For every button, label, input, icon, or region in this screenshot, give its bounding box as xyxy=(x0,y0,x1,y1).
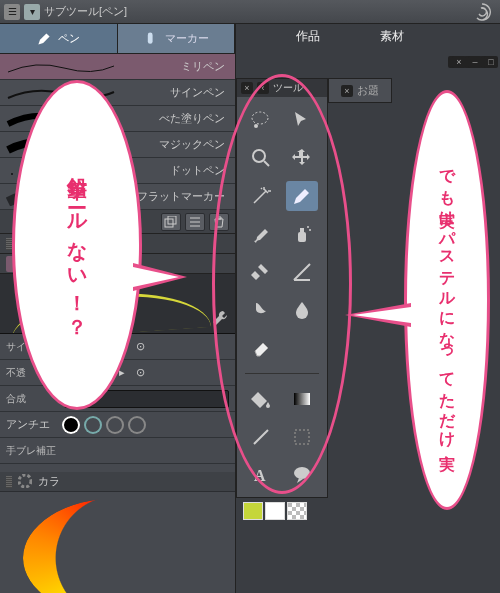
swatch-transparent[interactable] xyxy=(287,502,307,520)
annotation-text: でも実はパステルになってただけ実 xyxy=(434,158,460,443)
workspace-header: 作品 素材 × – □ xyxy=(236,24,500,78)
bubble-tail-icon xyxy=(345,303,411,327)
pen-tab-row: ペン マーカー xyxy=(0,24,235,54)
top-tab-materials[interactable]: 素材 xyxy=(380,28,404,45)
svg-text:A: A xyxy=(254,467,266,484)
svg-point-11 xyxy=(253,150,265,162)
minimize-icon[interactable]: – xyxy=(468,56,482,68)
prop-blend: 合成 通常 xyxy=(0,386,235,412)
svg-rect-17 xyxy=(295,430,309,444)
spiral-icon[interactable] xyxy=(472,2,492,24)
tool-spray[interactable] xyxy=(286,219,318,249)
tool-wand[interactable] xyxy=(245,181,277,211)
tool-brush[interactable] xyxy=(245,219,277,249)
svg-point-10 xyxy=(254,124,258,128)
tool-palette-header[interactable]: × ‹ ツール xyxy=(237,79,327,97)
prop-stabilize: 手ブレ補正 xyxy=(0,438,235,464)
collapse-icon[interactable]: ‹ xyxy=(257,82,269,94)
pen-icon xyxy=(36,31,52,47)
svg-rect-13 xyxy=(300,228,304,232)
svg-point-19 xyxy=(294,467,310,479)
tool-blur[interactable] xyxy=(286,295,318,325)
annotation-text: 鉛筆ツールない！？ xyxy=(61,161,93,329)
right-panel: × – □ ×お題 xyxy=(328,78,500,118)
tool-gradient[interactable] xyxy=(286,384,318,414)
tool-shape[interactable] xyxy=(286,422,318,452)
aa-option[interactable] xyxy=(106,416,124,434)
tool-zoom[interactable] xyxy=(245,143,277,173)
list-item-label: マジックペン xyxy=(159,137,225,152)
color-panel: カラ xyxy=(0,472,235,593)
list-item[interactable]: ミリペン xyxy=(0,54,235,80)
tool-pen[interactable] xyxy=(286,181,318,211)
tab-pen[interactable]: ペン xyxy=(0,24,118,53)
trash-button[interactable] xyxy=(209,213,229,231)
tool-smudge[interactable] xyxy=(245,295,277,325)
tool-eraser[interactable] xyxy=(245,333,277,363)
aa-option[interactable] xyxy=(128,416,146,434)
bubble-tail-icon xyxy=(133,263,187,291)
wrench-icon[interactable] xyxy=(211,309,229,329)
tool-balloon[interactable] xyxy=(286,460,318,490)
color-swatches xyxy=(237,498,327,524)
right-tab-odai[interactable]: ×お題 xyxy=(328,78,392,103)
color-header: カラ xyxy=(0,472,235,492)
maximize-icon[interactable]: □ xyxy=(484,56,498,68)
app-menu-icon[interactable]: ☰ xyxy=(4,4,20,20)
link-icon[interactable]: ⊙ xyxy=(134,341,146,353)
svg-point-8 xyxy=(19,475,31,487)
svg-rect-12 xyxy=(298,232,306,242)
list-item-label: フラットマーカー xyxy=(137,189,225,204)
aa-option[interactable] xyxy=(84,416,102,434)
list-item-label: ドットペン xyxy=(170,163,225,178)
aa-option[interactable] xyxy=(62,416,80,434)
tool-line[interactable] xyxy=(245,422,277,452)
tool-lasso[interactable] xyxy=(245,105,277,135)
tool-cursor[interactable] xyxy=(286,105,318,135)
svg-rect-6 xyxy=(165,219,173,227)
svg-point-9 xyxy=(252,112,268,124)
color-wheel-icon xyxy=(18,474,32,490)
menu-button[interactable] xyxy=(185,213,205,231)
list-item-label: サインペン xyxy=(170,85,225,100)
tool-move[interactable] xyxy=(286,143,318,173)
close-icon[interactable]: × xyxy=(452,56,466,68)
tab-marker-label: マーカー xyxy=(165,31,209,46)
tool-ruler[interactable] xyxy=(286,257,318,287)
duplicate-button[interactable] xyxy=(161,213,181,231)
tool-erase-partial[interactable] xyxy=(245,257,277,287)
tool-text[interactable]: A xyxy=(245,460,277,490)
marker-icon xyxy=(143,31,159,47)
close-icon[interactable]: × xyxy=(241,82,253,94)
prop-label: アンチエ xyxy=(6,417,58,432)
close-icon[interactable]: × xyxy=(341,85,353,97)
top-tab-works[interactable]: 作品 xyxy=(296,28,320,45)
swatch-bg[interactable] xyxy=(265,502,285,520)
color-wheel[interactable] xyxy=(23,498,213,593)
svg-rect-7 xyxy=(168,216,176,224)
svg-rect-16 xyxy=(294,393,310,405)
tool-palette: × ‹ ツール A xyxy=(236,78,328,498)
list-item-label: べた塗りペン xyxy=(159,111,225,126)
annotation-bubble-right: でも実はパステルになってただけ実 xyxy=(404,90,490,510)
tool-palette-title: ツール xyxy=(273,81,303,95)
tool-grid: A xyxy=(237,97,327,498)
right-tab-label: お題 xyxy=(357,84,379,96)
svg-point-15 xyxy=(309,229,311,231)
color-label: カラ xyxy=(38,474,60,489)
list-item[interactable]: サインペン xyxy=(0,80,235,106)
link-icon[interactable]: ⊙ xyxy=(134,367,146,379)
tab-marker[interactable]: マーカー xyxy=(118,24,236,53)
svg-rect-0 xyxy=(148,32,153,43)
tab-pen-label: ペン xyxy=(58,31,80,46)
svg-point-1 xyxy=(11,173,13,175)
annotation-bubble-left: 鉛筆ツールない！？ xyxy=(12,80,142,410)
tool-fill[interactable] xyxy=(245,384,277,414)
prop-label: 手ブレ補正 xyxy=(6,444,78,458)
window-titlebar: ☰ ▾ サブツール[ペン] xyxy=(0,0,500,24)
svg-point-14 xyxy=(307,226,309,228)
titlebar-label: サブツール[ペン] xyxy=(44,4,127,19)
drag-handle-icon[interactable] xyxy=(6,476,12,488)
swatch-fg[interactable] xyxy=(243,502,263,520)
dropdown-icon[interactable]: ▾ xyxy=(24,4,40,20)
